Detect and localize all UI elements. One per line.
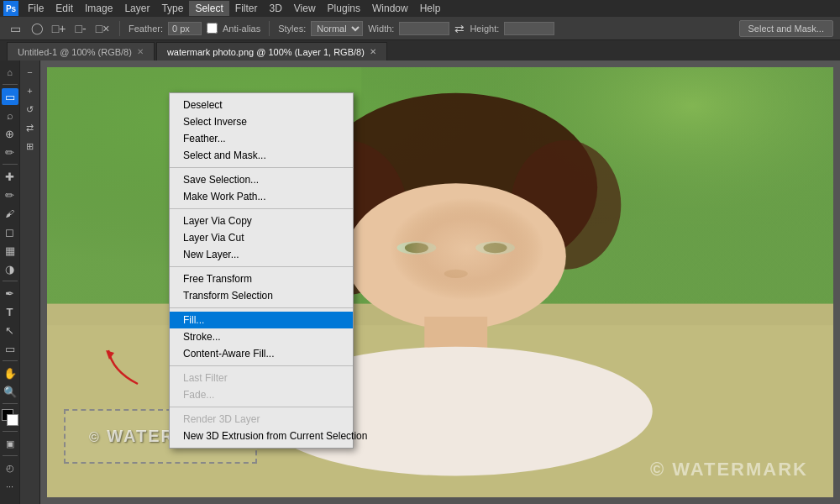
ctx-make-work-path[interactable]: Make Work Path... — [170, 188, 353, 205]
ctx-sep-1 — [170, 167, 353, 168]
more-tools[interactable]: ··· — [2, 478, 18, 495]
main-area: ⌂ ▭ ⌕ ⊕ ✏ ✚ ✏ 🖌 ◻ ▦ ◑ ✒ T ↖ ▭ ✋ 🔍 ▣ ◴ ··… — [0, 60, 840, 504]
path-select-tool[interactable]: ↖ — [2, 322, 18, 339]
quick-mask-tool[interactable]: ▣ — [2, 435, 18, 452]
options-bar: ▭ ◯ □+ □- □× Feather: Anti-alias Styles:… — [0, 17, 840, 40]
tool-sub-icon[interactable]: □- — [72, 20, 89, 37]
secondary-toolbar: − + ↺ ⇄ ⊞ — [20, 60, 40, 504]
ctx-select-mask[interactable]: Select and Mask... — [170, 147, 353, 164]
tab-untitled[interactable]: Untitled-1 @ 100% (RGB/8) ✕ — [7, 42, 155, 60]
close-tab-2-icon[interactable]: ✕ — [370, 47, 376, 56]
tool-sep-6 — [3, 431, 18, 432]
ctx-stroke[interactable]: Stroke... — [170, 328, 353, 345]
zoom-in-icon[interactable]: + — [22, 82, 39, 99]
tool-sep-5 — [3, 403, 18, 404]
home-tool[interactable]: ⌂ — [2, 64, 18, 81]
ctx-new-3d[interactable]: New 3D Extrusion from Current Selection — [170, 428, 353, 444]
tool-inter-icon[interactable]: □× — [94, 20, 111, 37]
menu-view[interactable]: View — [288, 1, 322, 16]
ctx-feather[interactable]: Feather... — [170, 130, 353, 147]
text-tool[interactable]: T — [2, 303, 18, 320]
menu-help[interactable]: Help — [414, 1, 447, 16]
sep2 — [269, 21, 270, 36]
styles-label: Styles: — [278, 24, 306, 34]
ctx-deselect[interactable]: Deselect — [170, 97, 353, 113]
tool-sep-1 — [3, 84, 18, 85]
tabs-bar: Untitled-1 @ 100% (RGB/8) ✕ watermark ph… — [0, 40, 840, 60]
ctx-content-aware-fill[interactable]: Content-Aware Fill... — [170, 345, 353, 362]
ctx-fade: Fade... — [170, 386, 353, 403]
crop-tool[interactable]: ✏ — [2, 144, 18, 160]
ctx-sep-3 — [170, 266, 353, 267]
menu-filter[interactable]: Filter — [229, 1, 264, 16]
eraser-tool[interactable]: ◻ — [2, 223, 18, 240]
canvas-area: © WATERMARK © WATERMARK Deselect Select … — [40, 60, 840, 504]
background-color[interactable] — [7, 414, 18, 426]
menu-plugins[interactable]: Plugins — [322, 1, 366, 16]
magic-wand-tool[interactable]: ⊕ — [2, 125, 18, 142]
ctx-sep-5 — [170, 365, 353, 366]
menu-3d[interactable]: 3D — [263, 1, 287, 16]
menu-layer[interactable]: Layer — [118, 1, 155, 16]
rotate-canvas-icon[interactable]: ↺ — [22, 101, 39, 118]
styles-select[interactable]: Normal — [311, 21, 363, 36]
dodge-tool[interactable]: ◑ — [2, 260, 18, 277]
width-input[interactable] — [399, 22, 449, 35]
marquee-rect-icon[interactable]: ▭ — [7, 20, 24, 37]
color-swatches[interactable] — [2, 409, 18, 426]
menu-file[interactable]: File — [22, 1, 50, 16]
screen-mode-tool[interactable]: ◴ — [2, 459, 18, 476]
ctx-sep-6 — [170, 407, 353, 407]
zoom-tool[interactable]: 🔍 — [2, 383, 18, 400]
close-tab-1-icon[interactable]: ✕ — [137, 47, 144, 56]
select-and-mask-button[interactable]: Select and Mask... — [739, 20, 834, 37]
ctx-select-inverse[interactable]: Select Inverse — [170, 113, 353, 130]
ctx-fill[interactable]: Fill... — [170, 312, 353, 328]
lasso-tool[interactable]: ⌕ — [2, 107, 18, 123]
antialias-checkbox[interactable] — [207, 23, 218, 34]
canvas-background: © WATERMARK © WATERMARK Deselect Select … — [47, 67, 833, 497]
tool-sep-3 — [3, 281, 18, 281]
ctx-free-transform[interactable]: Free Transform — [170, 270, 353, 287]
left-toolbar: ⌂ ▭ ⌕ ⊕ ✏ ✚ ✏ 🖌 ◻ ▦ ◑ ✒ T ↖ ▭ ✋ 🔍 ▣ ◴ ··… — [0, 60, 20, 504]
clone-tool[interactable]: 🖌 — [2, 205, 18, 222]
marquee-ellipse-icon[interactable]: ◯ — [29, 20, 45, 37]
tool-add-icon[interactable]: □+ — [50, 20, 67, 37]
spot-heal-tool[interactable]: ✚ — [2, 168, 18, 185]
flip-icon[interactable]: ⇄ — [22, 119, 39, 136]
ctx-last-filter: Last Filter — [170, 370, 353, 386]
pen-tool[interactable]: ✒ — [2, 285, 18, 302]
ctx-transform-selection[interactable]: Transform Selection — [170, 287, 353, 304]
ruler-icon[interactable]: ⊞ — [22, 138, 39, 155]
svg-point-15 — [346, 183, 566, 329]
feather-input[interactable] — [168, 22, 202, 35]
gradient-tool[interactable]: ▦ — [2, 242, 18, 259]
shape-tool[interactable]: ▭ — [2, 340, 18, 357]
feather-label: Feather: — [129, 24, 163, 34]
sep1 — [119, 21, 120, 36]
tool-sep-2 — [3, 164, 18, 165]
zoom-out-icon[interactable]: − — [22, 64, 39, 81]
ctx-layer-via-cut[interactable]: Layer Via Cut — [170, 229, 353, 246]
menu-select[interactable]: Select — [189, 1, 228, 16]
menu-edit[interactable]: Edit — [50, 1, 79, 16]
brush-tool[interactable]: ✏ — [2, 186, 18, 203]
antialias-label: Anti-alias — [223, 24, 260, 34]
ctx-new-layer[interactable]: New Layer... — [170, 246, 353, 263]
ctx-sep-4 — [170, 307, 353, 308]
menu-window[interactable]: Window — [366, 1, 414, 16]
ps-logo: Ps — [3, 1, 18, 16]
marquee-tool[interactable]: ▭ — [2, 88, 18, 105]
menu-bar: Ps File Edit Image Layer Type Select Fil… — [0, 0, 840, 17]
ctx-render-3d: Render 3D Layer — [170, 411, 353, 428]
context-menu: Deselect Select Inverse Feather... Selec… — [169, 92, 354, 449]
ctx-layer-via-copy[interactable]: Layer Via Copy — [170, 213, 353, 229]
watermark-bottom-text: © WATERMARK — [650, 459, 808, 480]
menu-image[interactable]: Image — [79, 1, 118, 16]
height-input[interactable] — [504, 22, 554, 35]
hand-tool[interactable]: ✋ — [2, 365, 18, 381]
width-label: Width: — [368, 24, 394, 34]
tab-watermark[interactable]: watermark photo.png @ 100% (Layer 1, RGB… — [156, 42, 387, 60]
ctx-save-selection[interactable]: Save Selection... — [170, 171, 353, 188]
menu-type[interactable]: Type — [155, 1, 189, 16]
